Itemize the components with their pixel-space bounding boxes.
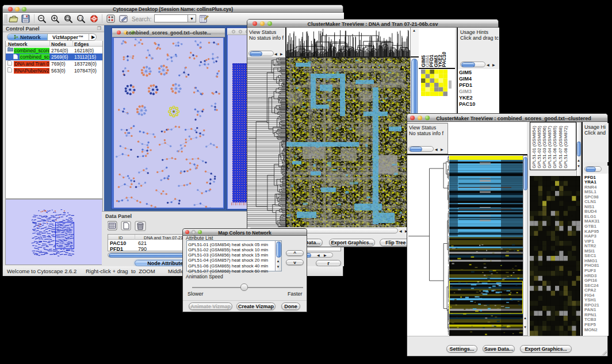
- svg-text:1:1: 1:1: [78, 17, 82, 20]
- svg-text:Search:: Search:: [132, 16, 151, 22]
